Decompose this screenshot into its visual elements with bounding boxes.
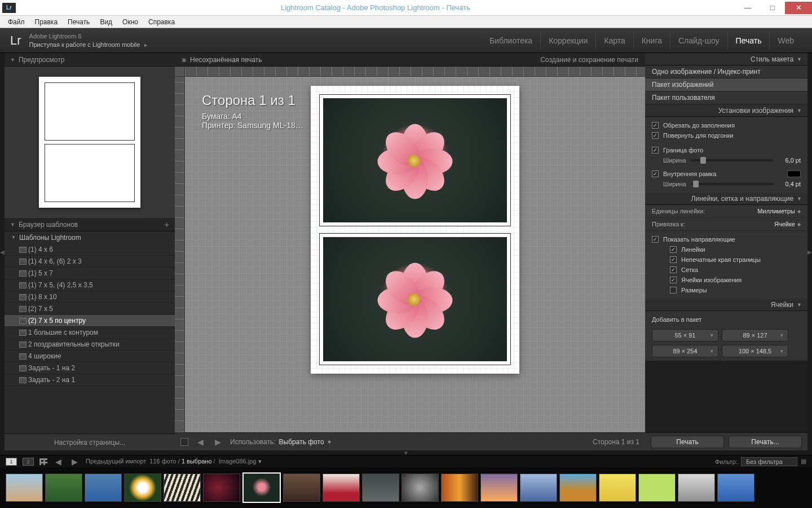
layout-option[interactable]: Пакет пользователя [645,91,807,104]
filmstrip-thumbnail[interactable] [599,474,636,502]
show-guides-checkbox[interactable]: Показать направляющие [652,234,801,244]
filmstrip-thumbnail[interactable] [559,474,597,502]
filmstrip-thumbnail[interactable] [203,474,240,502]
filmstrip-thumbnail[interactable] [678,474,715,502]
go-back-icon[interactable]: ◀ [53,457,64,466]
filmstrip-thumbnail[interactable] [401,474,439,502]
guide-cells-checkbox[interactable]: Ячейки изображения [652,275,801,285]
filmstrip-thumbnail[interactable] [85,474,122,502]
layout-style-header[interactable]: Стиль макета▼ [645,53,807,65]
template-item[interactable]: 2 поздравительные открытки [5,339,175,351]
print-dialog-button[interactable]: Печать... [729,436,802,448]
right-panel-handle[interactable]: ▶ [807,53,812,450]
template-browser-header[interactable]: ▼Браузер шаблонов+ [5,218,175,231]
menu-Вид[interactable]: Вид [95,17,117,27]
template-folder[interactable]: Шаблоны Lightroom [5,231,175,244]
module-tab-Слайд-шоу[interactable]: Слайд-шоу [670,32,728,50]
filter-lock-icon[interactable]: ▦ [801,458,806,465]
photo-cell-2[interactable] [320,234,510,365]
stroke-color-swatch[interactable] [787,170,801,177]
photo-border-checkbox[interactable]: Граница фото [652,145,801,155]
go-forward-icon[interactable]: ▶ [69,457,80,466]
module-tab-Библиотека[interactable]: Библиотека [482,32,541,50]
filmstrip-thumbnail[interactable] [480,474,518,502]
rotate-to-fit-checkbox[interactable]: Повернуть для подгонки [652,130,801,141]
module-tab-Коррекции[interactable]: Коррекции [541,32,596,50]
print-page[interactable] [311,86,519,374]
guide-grid-checkbox[interactable]: Сетка [652,265,801,275]
rulers-grid-header[interactable]: Линейки, сетка и направляющие▼ [645,192,807,205]
template-item[interactable]: (1) 7 x 5, (4) 2,5 x 3,5 [5,279,175,291]
border-width-slider[interactable]: Ширина 6,0 pt [652,155,801,165]
filmstrip-thumbnail[interactable] [164,474,201,502]
add-template-icon[interactable]: + [165,220,169,229]
close-button[interactable]: ✕ [785,2,812,14]
menu-Правка[interactable]: Правка [30,17,63,27]
filmstrip-thumbnail[interactable] [717,474,754,502]
photo-cell-1[interactable] [320,95,510,226]
template-item[interactable]: Задать - 1 на 2 [5,362,175,374]
print-job-name[interactable]: ▣Несохранённая печать [182,56,262,64]
left-panel-handle[interactable]: ◀ [0,53,5,450]
layout-option[interactable]: Пакет изображений [645,78,807,91]
cell-size-button[interactable]: 100 × 148,5 [722,345,788,357]
second-display-button[interactable]: 2 [23,458,34,466]
filmstrip-thumbnail[interactable] [362,474,399,502]
page-setup-button[interactable]: Настройка страницы... [5,433,175,450]
module-tab-Web[interactable]: Web [770,32,802,50]
guide-rulers-checkbox[interactable]: Линейки [652,244,801,255]
filmstrip-thumbnail[interactable] [242,472,281,503]
ruler-units-dropdown[interactable]: Единицы линейки:Миллиметры◆ [645,205,807,218]
template-item[interactable]: 4 широкие [5,351,175,362]
filmstrip-thumbnail[interactable] [283,474,320,502]
module-tab-Книга[interactable]: Книга [634,32,670,50]
filmstrip-path[interactable]: Предыдущий импорт 116 фото / 1 выбрано /… [86,458,262,465]
template-item[interactable]: 1 большие с контуром [5,327,175,339]
cell-size-button[interactable]: 89 × 254 [652,345,718,357]
guide-bleed-checkbox[interactable]: Непечатные края страницы [652,255,801,265]
grid-view-icon[interactable] [39,458,47,465]
filmstrip-thumbnail[interactable] [520,474,557,502]
use-selector[interactable]: Использовать: Выбрать фото ◆ [230,438,331,446]
filmstrip[interactable] [0,467,812,508]
template-item[interactable]: (1) 4 x 6 [5,244,175,256]
filmstrip-thumbnail[interactable] [45,474,82,502]
guide-dimensions-checkbox[interactable]: Размеры [652,285,801,295]
cells-header[interactable]: Ячейки▼ [645,299,807,311]
template-item[interactable]: (1) 4 x 6, (6) 2 x 3 [5,256,175,268]
select-all-checkbox[interactable] [180,438,188,446]
filmstrip-thumbnail[interactable] [323,474,360,502]
menu-Справка[interactable]: Справка [144,17,179,27]
module-tab-Печать[interactable]: Печать [728,32,770,50]
create-saved-print-button[interactable]: Создание и сохранение печати [540,56,638,64]
module-tab-Карта[interactable]: Карта [596,32,633,50]
filmstrip-thumbnail[interactable] [6,474,43,502]
print-button[interactable]: Печать [651,436,724,448]
cell-size-button[interactable]: 55 × 91 [652,329,718,341]
crop-to-fill-checkbox[interactable]: Обрезать до заполнения [652,120,801,130]
filmstrip-thumbnail[interactable] [441,474,478,502]
template-item[interactable]: (1) 5 x 7 [5,268,175,279]
filmstrip-thumbnail[interactable] [124,474,161,502]
layout-option[interactable]: Одно изображение / Индекс-принт [645,65,807,78]
template-item[interactable]: (1) 8 x 10 [5,291,175,303]
inner-stroke-slider[interactable]: Ширина 0,4 pt [652,179,801,189]
template-item[interactable]: (2) 7 x 5 [5,303,175,315]
snap-to-dropdown[interactable]: Привязка к:Ячейке◆ [645,218,807,231]
inner-stroke-checkbox[interactable]: Внутренняя рамка [652,169,801,179]
mobile-link[interactable]: Приступая к работе с Lightroom mobile▸ [29,41,148,49]
preview-header[interactable]: ▼Предпросмотр [5,53,175,67]
minimize-button[interactable]: — [735,2,760,14]
filmstrip-thumbnail[interactable] [638,474,676,502]
filmstrip-handle[interactable]: ▼ [0,450,812,455]
menu-Файл[interactable]: Файл [3,17,29,27]
cell-size-button[interactable]: 89 × 127 [722,329,788,341]
image-settings-header[interactable]: Установки изображения▼ [645,104,807,117]
filter-dropdown[interactable]: Без фильтра [741,457,797,466]
template-item[interactable]: (2) 7 x 5 по центру [5,315,175,327]
menu-Окно[interactable]: Окно [118,17,143,27]
maximize-button[interactable]: □ [760,2,785,14]
prev-page-icon[interactable]: ◀ [195,437,206,446]
template-item[interactable]: Задать - 2 на 1 [5,374,175,386]
print-canvas[interactable]: Сторона 1 из 1 Бумага: A4 Принтер: Samsu… [175,67,645,432]
